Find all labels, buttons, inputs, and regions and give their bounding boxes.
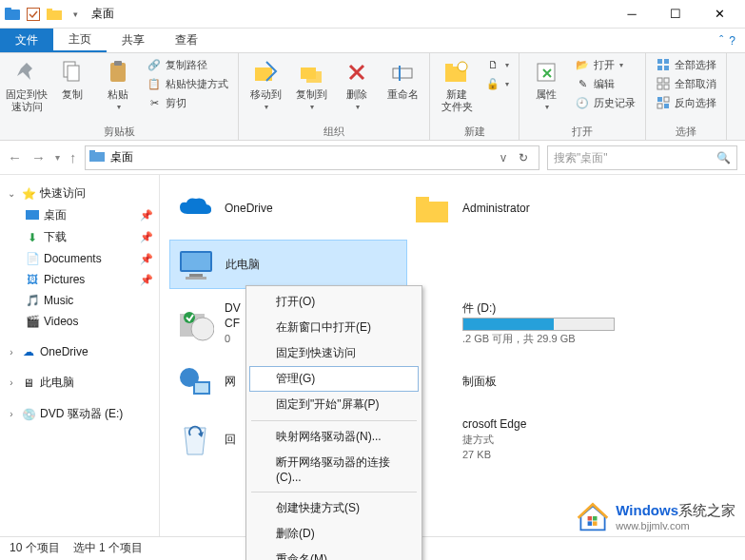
ctx-map-drive[interactable]: 映射网络驱动器(N)... — [249, 424, 419, 450]
newfolder-button[interactable]: 新建 文件夹 — [436, 56, 478, 124]
easy-access-button[interactable]: 🔓▾ — [481, 75, 513, 92]
properties-button[interactable]: 属性▾ — [525, 56, 567, 124]
search-input[interactable] — [554, 151, 716, 164]
new-item-button[interactable]: 🗋▾ — [481, 56, 513, 73]
tab-view[interactable]: 查看 — [160, 29, 213, 52]
copy-button[interactable]: 复制 — [51, 56, 93, 124]
navigation-pane: ⌄⭐快速访问 桌面📌 ⬇下载📌 📄Documents📌 🖼Pictures📌 🎵… — [0, 175, 160, 536]
tab-file[interactable]: 文件 — [0, 29, 53, 52]
ctx-disconnect-drive[interactable]: 断开网络驱动器的连接(C)... — [249, 450, 419, 489]
sidebar-item-videos[interactable]: 🎬Videos — [4, 311, 155, 332]
item-ctrlpanel[interactable]: 制面板 — [407, 357, 645, 405]
edit-button[interactable]: ✎编辑 — [571, 75, 639, 92]
open-icon: 📂 — [575, 57, 590, 72]
scissors-icon: ✂ — [147, 95, 162, 110]
address-bar[interactable]: 桌面 v ↻ — [85, 145, 540, 170]
copy-icon — [58, 58, 87, 87]
ctx-open[interactable]: 打开(O) — [249, 289, 419, 315]
sidebar-item-music[interactable]: 🎵Music — [4, 290, 155, 311]
delete-button[interactable]: 删除▾ — [336, 56, 378, 124]
ctx-create-shortcut[interactable]: 创建快捷方式(S) — [249, 495, 419, 521]
chevron-down-icon: ▾ — [545, 103, 549, 111]
newfolder-icon — [442, 58, 471, 87]
computer-icon — [176, 244, 216, 284]
svg-point-40 — [191, 318, 214, 340]
tab-share[interactable]: 共享 — [107, 29, 160, 52]
item-edge[interactable]: crosoft Edge捷方式27 KB — [407, 413, 645, 466]
storage-bar — [462, 318, 615, 331]
selectnone-button[interactable]: 全部取消 — [652, 75, 720, 92]
back-button[interactable]: ← — [8, 149, 22, 165]
sidebar-quickaccess[interactable]: ⌄⭐快速访问 — [4, 183, 155, 204]
selectall-icon — [656, 57, 671, 72]
svg-rect-38 — [186, 277, 206, 280]
address-location: 桌面 — [110, 149, 133, 165]
svg-rect-23 — [664, 78, 669, 83]
maximize-button[interactable]: ☐ — [654, 0, 697, 29]
ctx-open-new-window[interactable]: 在新窗口中打开(E) — [249, 315, 419, 340]
refresh-button[interactable]: ↻ — [512, 151, 535, 164]
copy-path-button[interactable]: 🔗复制路径 — [143, 56, 232, 73]
dropdown-icon[interactable]: ▾ — [67, 6, 84, 23]
svg-rect-33 — [416, 202, 448, 222]
search-icon[interactable]: 🔍 — [716, 151, 731, 164]
paste-shortcut-button[interactable]: 📋粘贴快捷方式 — [143, 75, 232, 92]
moveto-button[interactable]: 移动到▾ — [245, 56, 286, 124]
forward-button[interactable]: → — [31, 149, 46, 165]
minimize-button[interactable]: ─ — [610, 0, 654, 29]
chevron-down-icon: ▾ — [117, 103, 121, 111]
svg-rect-11 — [306, 71, 322, 83]
ctx-manage[interactable]: 管理(G) — [249, 366, 419, 392]
invert-button[interactable]: 反向选择 — [652, 94, 720, 111]
item-thispc[interactable]: 此电脑 — [169, 240, 407, 289]
chevron-down-icon: ▾ — [505, 61, 509, 69]
svg-rect-32 — [26, 210, 39, 220]
sidebar-item-desktop[interactable]: 桌面📌 — [4, 204, 155, 226]
address-dropdown[interactable]: v — [500, 151, 506, 164]
svg-rect-1 — [5, 8, 11, 11]
path-icon: 🔗 — [147, 57, 162, 72]
tab-home[interactable]: 主页 — [53, 29, 107, 52]
status-count: 10 个项目 — [10, 540, 60, 556]
cut-button[interactable]: ✂剪切 — [143, 94, 232, 111]
close-button[interactable]: ✕ — [697, 0, 741, 29]
item-administrator[interactable]: Administrator — [407, 184, 645, 232]
paste-button[interactable]: 粘贴 ▾ — [97, 56, 139, 124]
sidebar-item-documents[interactable]: 📄Documents📌 — [4, 248, 155, 269]
sidebar-item-pictures[interactable]: 🖼Pictures📌 — [4, 269, 155, 290]
ribbon-help-button[interactable]: ˆ ? — [710, 29, 745, 52]
sidebar-item-downloads[interactable]: ⬇下载📌 — [4, 226, 155, 248]
music-icon: 🎵 — [25, 293, 40, 308]
svg-rect-46 — [588, 516, 593, 521]
history-button[interactable]: 🕘历史记录 — [571, 94, 639, 111]
svg-rect-26 — [657, 97, 662, 102]
svg-rect-44 — [195, 383, 208, 393]
moveto-icon — [251, 58, 280, 87]
checkbox-icon[interactable] — [25, 6, 42, 23]
open-button[interactable]: 📂打开▾ — [571, 56, 639, 73]
dvd-icon — [175, 303, 215, 343]
context-menu: 打开(O) 在新窗口中打开(E) 固定到快速访问 管理(G) 固定到"开始"屏幕… — [245, 285, 422, 560]
svg-rect-27 — [664, 104, 669, 108]
house-icon — [576, 499, 610, 533]
pin-quickaccess-button[interactable]: 固定到快 速访问 — [6, 56, 48, 124]
copyto-button[interactable]: 复制到▾ — [290, 56, 332, 124]
item-onedrive[interactable]: OneDrive — [169, 184, 407, 232]
ctx-pin-quickaccess[interactable]: 固定到快速访问 — [249, 340, 419, 366]
sidebar-thispc[interactable]: ›🖥此电脑 — [4, 372, 155, 394]
up-button[interactable]: ↑ — [69, 149, 77, 165]
sidebar-dvd[interactable]: ›💿DVD 驱动器 (E:) — [4, 403, 155, 425]
ctx-pin-start[interactable]: 固定到"开始"屏幕(P) — [249, 392, 419, 417]
svg-rect-2 — [28, 8, 40, 20]
recent-dropdown[interactable]: ▾ — [55, 152, 60, 163]
selectall-button[interactable]: 全部选择 — [652, 56, 720, 73]
ctx-rename[interactable]: 重命名(M) — [249, 547, 419, 560]
paste-icon — [104, 58, 132, 87]
desktop-icon — [25, 208, 40, 223]
pin-icon: 📌 — [140, 209, 153, 222]
sidebar-onedrive[interactable]: ›☁OneDrive — [4, 341, 155, 362]
rename-button[interactable]: 重命名 — [382, 56, 423, 124]
search-box[interactable]: 🔍 — [547, 145, 737, 170]
ctx-delete[interactable]: 删除(D) — [249, 521, 419, 547]
item-d-drive[interactable]: 件 (D:).2 GB 可用，共 29.9 GB — [407, 297, 645, 350]
